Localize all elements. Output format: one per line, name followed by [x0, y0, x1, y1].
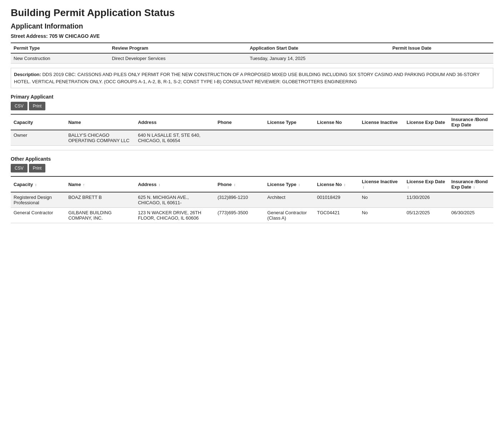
other-license_no-cell: 001018429: [314, 192, 359, 208]
primary-address-cell: 640 N LASALLE ST, STE 640, CHICAGO, IL 6…: [135, 130, 215, 146]
other-phone-header: Phone ↕: [215, 176, 264, 192]
primary-license-exp-header: License Exp Date: [404, 114, 448, 130]
capacity-sort-icon[interactable]: ↕: [35, 183, 37, 187]
other-license_inactive-cell: No: [359, 208, 404, 223]
permit-type-header: Permit Type: [11, 43, 109, 53]
other-applicant-btn-row: CSV Print: [11, 164, 493, 172]
primary-insurance-header: Insurance /Bond Exp Date: [449, 114, 493, 130]
primary-capacity-header: Capacity: [11, 114, 65, 130]
other-license_exp_date-cell: 05/12/2025: [404, 208, 448, 223]
review-program-value: Direct Developer Services: [109, 53, 247, 64]
primary-insurance_bond_exp_date-cell: [449, 130, 493, 146]
other-name-header: Name ↑: [65, 176, 135, 192]
section-divider: [11, 150, 493, 150]
other-address-cell: 625 N. MICHIGAN AVE., CHICAGO, IL 60611-: [135, 192, 215, 208]
permit-issue-date-value: [390, 53, 493, 64]
primary-name-header: Name: [65, 114, 135, 130]
other-license_type-cell: Architect: [264, 192, 314, 208]
other-license-inactive-header: License Inactive ↕: [359, 176, 404, 192]
description-text: DDS 2019 CBC: CAISSONS AND PILES ONLY PE…: [14, 72, 479, 84]
primary-license-type-header: License Type: [264, 114, 314, 130]
primary-license-no-header: License No: [314, 114, 359, 130]
other-insurance_bond_exp_date-cell: [449, 192, 493, 208]
other-insurance_bond_exp_date-cell: 06/30/2025: [449, 208, 493, 223]
other-phone-cell: (773)695-3500: [215, 208, 264, 223]
primary-applicant-table: Capacity Name Address Phone License Type…: [11, 114, 493, 146]
address-sort-icon[interactable]: ↕: [159, 183, 160, 187]
permit-issue-date-header: Permit Issue Date: [390, 43, 493, 53]
page-title: Building Permit Application Status: [11, 7, 493, 19]
primary-name-cell: BALLY'S CHICAGO OPERATING COMPANY LLC: [65, 130, 135, 146]
other-table-row: General ContractorGILBANE BUILDING COMPA…: [11, 208, 493, 223]
insurance-sort-icon[interactable]: ↕: [473, 185, 475, 189]
license-inactive-sort-icon[interactable]: ↕: [363, 185, 364, 189]
other-name-cell: BOAZ BRETT B: [65, 192, 135, 208]
description-block: Description: DDS 2019 CBC: CAISSONS AND …: [11, 68, 493, 88]
primary-license_inactive-cell: [359, 130, 404, 146]
primary-capacity-cell: Owner: [11, 130, 65, 146]
primary-phone-cell: [215, 130, 264, 146]
license-exp-sort-icon[interactable]: ↕: [407, 185, 409, 189]
name-sort-icon[interactable]: ↑: [83, 183, 85, 187]
phone-sort-icon[interactable]: ↕: [234, 183, 235, 187]
other-license_exp_date-cell: 11/30/2026: [404, 192, 448, 208]
other-license_no-cell: TGC04421: [314, 208, 359, 223]
street-address: Street Address: 705 W CHICAGO AVE: [11, 33, 493, 39]
primary-license-inactive-header: License Inactive: [359, 114, 404, 130]
primary-table-row: OwnerBALLY'S CHICAGO OPERATING COMPANY L…: [11, 130, 493, 146]
other-print-button[interactable]: Print: [29, 164, 46, 172]
app-start-date-header: Application Start Date: [247, 43, 389, 53]
primary-phone-header: Phone: [215, 114, 264, 130]
permit-type-value: New Construction: [11, 53, 109, 64]
review-program-header: Review Program: [109, 43, 247, 53]
other-insurance-header: Insurance /Bond Exp Date ↕: [449, 176, 493, 192]
other-address-header: Address ↕: [135, 176, 215, 192]
applicant-information-heading: Applicant Information: [11, 22, 493, 30]
license-type-sort-icon[interactable]: ↕: [298, 183, 300, 187]
other-address-cell: 123 N WACKER DRIVE, 26TH FLOOR, CHICAGO,…: [135, 208, 215, 223]
permit-table: Permit Type Review Program Application S…: [11, 42, 493, 64]
other-table-row: Registered Design ProfessionalBOAZ BRETT…: [11, 192, 493, 208]
description-label: Description:: [14, 72, 41, 77]
other-name-cell: GILBANE BUILDING COMPANY, INC.: [65, 208, 135, 223]
other-csv-button[interactable]: CSV: [11, 164, 28, 172]
primary-print-button[interactable]: Print: [29, 102, 46, 110]
other-license-exp-header: License Exp Date ↕: [404, 176, 448, 192]
other-license-type-header: License Type ↕: [264, 176, 314, 192]
app-start-date-value: Tuesday, January 14, 2025: [247, 53, 389, 64]
primary-applicant-heading: Primary Applicant: [11, 94, 493, 100]
other-applicants-table: Capacity ↕ Name ↑ Address ↕ Phone ↕ Lice…: [11, 176, 493, 223]
primary-license_type-cell: [264, 130, 314, 146]
primary-license_exp_date-cell: [404, 130, 448, 146]
other-capacity-cell: Registered Design Professional: [11, 192, 65, 208]
other-license-no-header: License No ↕: [314, 176, 359, 192]
other-license_type-cell: General Contractor (Class A): [264, 208, 314, 223]
primary-license_no-cell: [314, 130, 359, 146]
other-capacity-cell: General Contractor: [11, 208, 65, 223]
license-no-sort-icon[interactable]: ↕: [344, 183, 346, 187]
other-phone-cell: (312)896-1210: [215, 192, 264, 208]
other-capacity-header: Capacity ↕: [11, 176, 65, 192]
primary-address-header: Address: [135, 114, 215, 130]
primary-csv-button[interactable]: CSV: [11, 102, 28, 110]
other-applicants-heading: Other Applicants: [11, 156, 493, 162]
other-license_inactive-cell: No: [359, 192, 404, 208]
primary-applicant-btn-row: CSV Print: [11, 102, 493, 110]
